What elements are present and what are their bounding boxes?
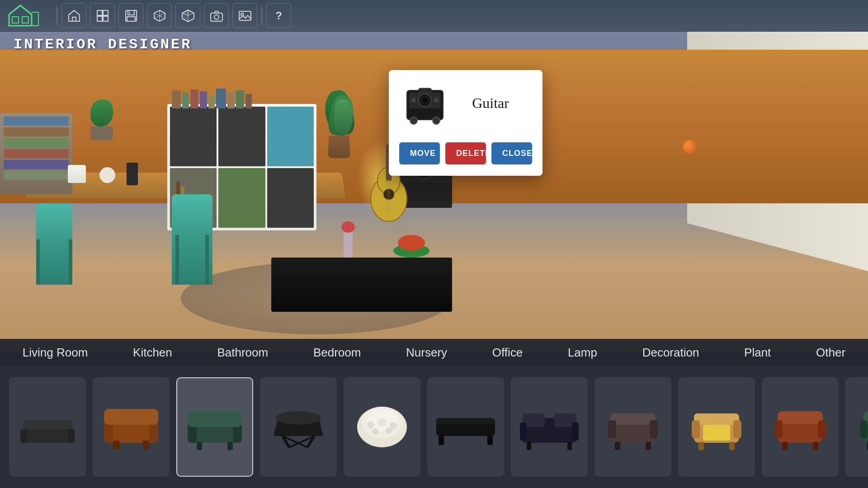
table-item-1 bbox=[68, 165, 86, 183]
item-modal: Guitar MOVE DELETE CLOSE bbox=[389, 70, 542, 176]
category-bedroom[interactable]: Bedroom bbox=[304, 342, 370, 363]
divider-2 bbox=[261, 7, 262, 25]
svg-point-41 bbox=[421, 97, 429, 104]
svg-rect-4 bbox=[22, 17, 28, 23]
svg-rect-87 bbox=[567, 442, 572, 450]
furniture-item-9[interactable] bbox=[678, 377, 755, 477]
gallery-button[interactable] bbox=[232, 3, 257, 28]
modal-item-title: Guitar bbox=[450, 81, 531, 112]
svg-rect-17 bbox=[127, 17, 135, 21]
layout-button[interactable] bbox=[90, 3, 115, 28]
furniture-item-3[interactable] bbox=[176, 377, 253, 477]
category-decoration[interactable]: Decoration bbox=[633, 342, 708, 363]
furniture-item-2[interactable] bbox=[93, 377, 170, 477]
modal-header: Guitar bbox=[400, 81, 531, 131]
category-lamp[interactable]: Lamp bbox=[559, 342, 606, 363]
toolbar: ? bbox=[0, 0, 868, 32]
svg-point-42 bbox=[410, 117, 417, 124]
furniture-item-10[interactable] bbox=[762, 377, 839, 477]
chair-1 bbox=[36, 203, 72, 285]
svg-point-44 bbox=[411, 98, 416, 103]
svg-rect-56 bbox=[142, 441, 149, 450]
svg-rect-97 bbox=[733, 420, 741, 438]
svg-rect-99 bbox=[698, 442, 704, 450]
svg-rect-55 bbox=[113, 441, 120, 450]
furniture-item-4[interactable] bbox=[260, 377, 337, 477]
svg-rect-27 bbox=[211, 13, 222, 21]
svg-rect-49 bbox=[20, 429, 27, 443]
svg-rect-54 bbox=[104, 409, 158, 425]
category-kitchen[interactable]: Kitchen bbox=[124, 342, 181, 363]
svg-rect-95 bbox=[694, 413, 739, 425]
svg-point-64 bbox=[276, 411, 321, 425]
svg-rect-103 bbox=[774, 420, 783, 438]
svg-point-30 bbox=[241, 13, 244, 16]
svg-rect-102 bbox=[778, 411, 823, 424]
divider-1 bbox=[57, 7, 57, 25]
svg-rect-80 bbox=[487, 436, 493, 445]
close-button[interactable]: CLOSE bbox=[491, 142, 532, 164]
books-stack bbox=[172, 86, 298, 108]
svg-rect-84 bbox=[520, 422, 527, 441]
svg-rect-78 bbox=[436, 418, 495, 425]
svg-rect-13 bbox=[97, 16, 102, 21]
isometric-button[interactable] bbox=[175, 3, 200, 28]
category-living-room[interactable]: Living Room bbox=[14, 342, 97, 363]
furniture-item-8[interactable] bbox=[594, 377, 671, 477]
save-button[interactable] bbox=[118, 3, 143, 28]
svg-point-75 bbox=[372, 428, 378, 435]
svg-marker-25 bbox=[188, 10, 194, 15]
svg-rect-79 bbox=[439, 436, 444, 445]
table-lamp bbox=[127, 163, 138, 185]
svg-rect-98 bbox=[703, 425, 730, 441]
decorative-ball bbox=[683, 140, 696, 154]
home-button[interactable] bbox=[61, 3, 86, 28]
category-nursery[interactable]: Nursery bbox=[397, 342, 456, 363]
svg-rect-91 bbox=[650, 420, 658, 438]
delete-button[interactable]: DELETE bbox=[445, 142, 486, 164]
furniture-item-6[interactable] bbox=[427, 377, 504, 477]
bookcase-left bbox=[0, 113, 72, 194]
shelf-plant bbox=[90, 99, 113, 140]
svg-rect-104 bbox=[818, 420, 826, 438]
svg-rect-16 bbox=[128, 10, 134, 15]
svg-rect-50 bbox=[68, 429, 75, 443]
move-button[interactable]: MOVE bbox=[399, 142, 440, 164]
svg-rect-11 bbox=[97, 10, 102, 15]
category-bathroom[interactable]: Bathroom bbox=[208, 342, 277, 363]
category-bar: Living Room Kitchen Bathroom Bedroom Nur… bbox=[0, 339, 868, 366]
svg-rect-9 bbox=[72, 17, 76, 21]
svg-point-72 bbox=[367, 421, 374, 428]
svg-rect-3 bbox=[12, 17, 19, 23]
svg-point-28 bbox=[214, 15, 219, 19]
svg-rect-61 bbox=[197, 442, 202, 450]
category-other[interactable]: Other bbox=[807, 342, 854, 363]
help-button[interactable]: ? bbox=[266, 3, 291, 28]
table-item-2 bbox=[99, 167, 115, 183]
svg-line-2 bbox=[20, 5, 32, 14]
modal-item-image bbox=[400, 81, 450, 131]
camera-button[interactable] bbox=[204, 3, 229, 28]
svg-rect-86 bbox=[527, 442, 531, 450]
svg-rect-96 bbox=[692, 420, 700, 438]
svg-point-45 bbox=[434, 98, 439, 103]
svg-rect-62 bbox=[227, 442, 233, 450]
chair-2 bbox=[172, 194, 212, 285]
svg-rect-14 bbox=[103, 16, 108, 21]
svg-rect-12 bbox=[103, 10, 108, 15]
category-office[interactable]: Office bbox=[483, 342, 532, 363]
svg-line-10 bbox=[69, 10, 74, 15]
furniture-item-11[interactable] bbox=[845, 377, 868, 477]
furniture-item-1[interactable] bbox=[9, 377, 86, 477]
3dview-button[interactable] bbox=[147, 3, 172, 28]
furniture-item-7[interactable] bbox=[511, 377, 588, 477]
svg-rect-90 bbox=[608, 420, 616, 438]
svg-line-1 bbox=[9, 5, 20, 14]
category-plant[interactable]: Plant bbox=[735, 342, 780, 363]
furniture-item-5[interactable] bbox=[344, 377, 420, 477]
svg-point-76 bbox=[386, 427, 392, 434]
svg-rect-109 bbox=[860, 420, 868, 438]
interior-designer-label: INTERIOR DESIGNER bbox=[14, 36, 192, 53]
svg-rect-93 bbox=[646, 442, 651, 450]
svg-rect-106 bbox=[813, 442, 818, 450]
